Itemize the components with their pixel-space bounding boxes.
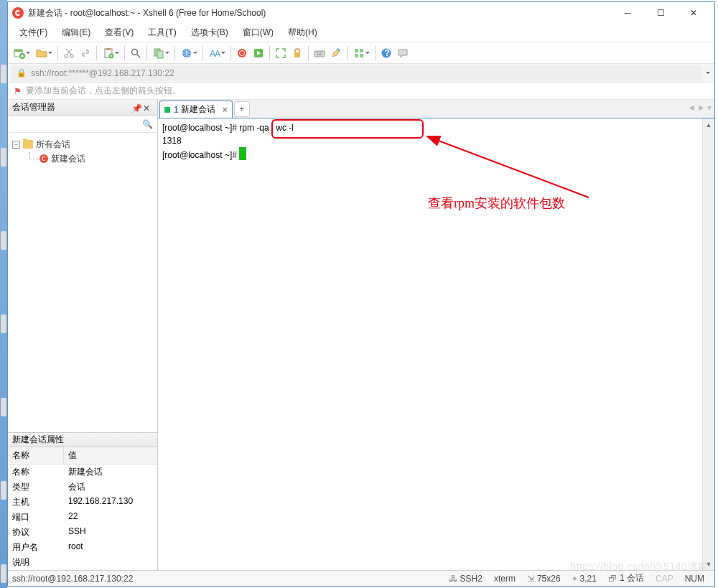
cut-icon[interactable] [61,45,77,61]
link-icon[interactable] [78,45,93,61]
tab-status-icon [164,107,170,113]
session-search: 🔍 [8,116,157,133]
tabbar: 1 新建会话 × + ◄ ► ▾ [158,100,714,118]
terminal-scrollbar[interactable]: ▲ ▼ [702,118,714,570]
desktop-left-edge [0,0,7,588]
svg-rect-1 [14,50,22,52]
menu-tools[interactable]: 工具(T) [142,24,182,41]
menu-file[interactable]: 文件(F) [14,24,53,41]
status-ssh: 🖧SSH2 [449,574,482,584]
open-icon[interactable] [33,45,55,61]
svg-rect-21 [355,54,358,57]
tab-menu-icon[interactable]: ▾ [707,103,712,113]
scroll-up-icon[interactable]: ▲ [703,118,714,131]
props-row: 主机192.168.217.130 [8,495,157,510]
add-tab-button[interactable]: + [234,101,250,117]
tree-session[interactable]: 新建会话 [9,151,156,166]
statusbar: ssh://root@192.168.217.130:22 🖧SSH2 xter… [8,570,714,586]
close-button[interactable]: ✕ [677,2,710,24]
menu-view[interactable]: 查看(V) [99,24,139,41]
session-properties-panel: 新建会话属性 名称 值 名称新建会话 类型会话 主机192.168.217.13… [8,432,157,570]
svg-rect-10 [157,51,163,58]
fullscreen-icon[interactable] [273,45,289,61]
font-icon[interactable]: AA [206,45,228,61]
tab-close-icon[interactable]: × [223,105,228,115]
menu-help[interactable]: 帮助(H) [282,24,323,41]
props-hdr-value: 值 [64,447,81,464]
search-small-icon[interactable]: 🔍 [142,119,153,129]
session-search-input[interactable] [12,119,142,129]
xshell-window: 新建会话 - root@localhost:~ - Xshell 6 (Free… [7,1,715,587]
tab-label: 新建会话 [181,103,215,116]
status-size: ⇲75x26 [527,574,561,584]
highlight-icon[interactable] [328,45,344,61]
minimize-button[interactable]: ─ [611,2,644,24]
status-cap: CAP [656,574,673,584]
tab-next-icon[interactable]: ► [697,103,706,113]
help-icon[interactable]: ? [378,45,394,61]
app-icon [12,7,24,19]
chat-icon[interactable] [395,45,411,61]
session-manager-title: 会话管理器 [12,101,55,113]
menu-tabs[interactable]: 选项卡(B) [185,24,234,41]
new-session-icon[interactable] [11,45,32,61]
play-icon[interactable] [251,45,266,61]
status-sessions: 🗗1 会话 [608,572,644,584]
annotation-text: 查看rpm安装的软件包数 [428,195,565,212]
size-icon: ⇲ [527,574,534,584]
session-icon [39,154,48,163]
menu-edit[interactable]: 编辑(E) [56,24,96,41]
search-icon[interactable] [128,45,144,61]
session-manager-header: 会话管理器 📌 ✕ [8,100,157,116]
tree-root[interactable]: − 所有会话 [9,137,156,151]
status-pos: ⌖3,21 [572,574,597,584]
svg-text:?: ? [385,48,390,58]
infobar-text: 要添加当前会话，点击左侧的箭头按钮。 [26,85,181,97]
sessions-icon: 🗗 [608,574,617,584]
svg-point-14 [238,49,246,57]
terminal[interactable]: [root@localhost ~]# rpm -qa | wc -l 1318… [158,118,714,570]
titlebar[interactable]: 新建会话 - root@localhost:~ - Xshell 6 (Free… [8,2,714,24]
svg-text:A: A [215,49,220,59]
scroll-down-icon[interactable]: ▼ [703,558,714,570]
session-manager-panel: 会话管理器 📌 ✕ 🔍 − 所有会话 新建会话 [8,100,158,570]
status-term: xterm [494,574,516,584]
tree-session-label: 新建会话 [51,153,85,165]
pos-icon: ⌖ [572,574,577,584]
terminal-line: [root@localhost ~]# [162,147,710,162]
collapse-icon[interactable]: − [12,141,20,149]
pin-icon[interactable]: 📌 [131,103,140,112]
tab-nav: ◄ ► ▾ [687,103,712,113]
svg-rect-17 [294,52,300,57]
tab-number: 1 [174,105,179,115]
addressbar: 🔒 ssh://root:******@192.168.217.130:22 [8,64,714,83]
status-num: NUM [685,574,704,584]
terminal-line: [root@localhost ~]# rpm -qa | wc -l [162,121,710,134]
paste-icon[interactable] [100,45,121,61]
globe-icon[interactable] [178,45,200,61]
session-tab[interactable]: 1 新建会话 × [159,101,233,118]
menu-window[interactable]: 窗口(W) [237,24,279,41]
props-title: 新建会话属性 [12,434,64,446]
svg-rect-20 [360,49,363,52]
address-input[interactable]: 🔒 ssh://root:******@192.168.217.130:22 [12,65,701,81]
record-icon[interactable] [234,45,250,61]
svg-point-3 [65,54,67,57]
grid-icon[interactable] [350,45,372,61]
copy-icon[interactable] [150,45,172,61]
window-title: 新建会话 - root@localhost:~ - Xshell 6 (Free… [28,7,611,19]
infobar: ⚑ 要添加当前会话，点击左侧的箭头按钮。 [8,83,714,100]
address-dropdown-icon[interactable] [706,72,710,74]
props-hdr-name: 名称 [8,447,64,464]
svg-rect-19 [355,49,358,52]
session-tree: − 所有会话 新建会话 [8,133,157,170]
main-area: 1 新建会话 × + ◄ ► ▾ [root@localhost ~]# rpm… [158,100,714,570]
maximize-button[interactable]: ☐ [644,2,677,24]
svg-rect-18 [314,51,325,57]
panel-close-icon[interactable]: ✕ [143,103,151,112]
keyboard-icon[interactable] [312,45,327,61]
tab-prev-icon[interactable]: ◄ [687,103,696,113]
props-row: 名称新建会话 [8,465,157,480]
lock-icon[interactable] [289,45,305,61]
svg-rect-6 [106,48,111,50]
